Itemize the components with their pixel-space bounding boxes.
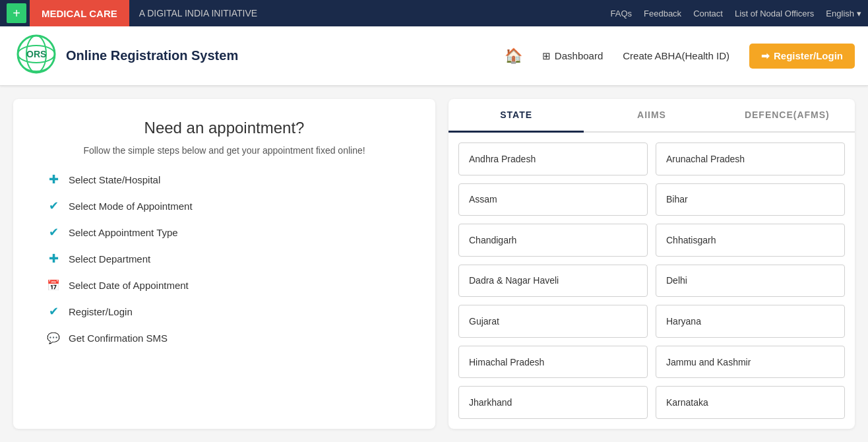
plus-icon-1: ✚ — [46, 172, 61, 187]
step-4: ✚ Select Department — [46, 251, 416, 266]
state-button[interactable]: Himachal Pradesh — [458, 346, 648, 379]
right-panel: STATE AIIMS DEFENCE(AFMS) Andhra Pradesh… — [449, 99, 855, 429]
dashboard-button[interactable]: ⊞ Dashboard — [542, 50, 603, 62]
top-bar: + MEDICAL CARE A DIGITAL INDIA INITIATIV… — [0, 0, 868, 26]
appointment-subtitle: Follow the simple steps below and get yo… — [33, 145, 416, 156]
svg-text:ORS: ORS — [26, 49, 46, 59]
ors-logo: ORS — [13, 34, 59, 77]
logo-area: ORS Online Registration System — [13, 34, 505, 77]
step-1: ✚ Select State/Hospital — [46, 172, 416, 187]
home-icon[interactable]: 🏠 — [505, 47, 522, 65]
top-bar-left: + MEDICAL CARE A DIGITAL INDIA INITIATIV… — [7, 0, 611, 26]
tab-state[interactable]: STATE — [449, 99, 584, 133]
step-2: ✔ Select Mode of Appointment — [46, 199, 416, 213]
tab-defence[interactable]: DEFENCE(AFMS) — [720, 99, 855, 131]
step-6: ✔ Register/Login — [46, 304, 416, 319]
state-button[interactable]: Jammu and Kashmir — [656, 346, 845, 379]
dashboard-label: Dashboard — [555, 50, 603, 61]
header: ORS Online Registration System 🏠 ⊞ Dashb… — [0, 26, 868, 86]
register-login-label: Register/Login — [774, 50, 843, 61]
left-panel: Need an appointment? Follow the simple s… — [13, 99, 435, 429]
state-button[interactable]: Arunachal Pradesh — [656, 142, 845, 175]
state-button[interactable]: Andhra Pradesh — [458, 142, 648, 175]
step-3: ✔ Select Appointment Type — [46, 225, 416, 239]
state-button[interactable]: Chandigarh — [458, 224, 648, 257]
abha-button[interactable]: Create ABHA(Health ID) — [623, 50, 729, 61]
header-nav: 🏠 ⊞ Dashboard Create ABHA(Health ID) ➡ R… — [505, 44, 855, 69]
plus-button[interactable]: + — [7, 3, 26, 23]
digital-india-label: A DIGITAL INDIA INITIATIVE — [139, 8, 257, 18]
steps-list: ✚ Select State/Hospital ✔ Select Mode of… — [33, 172, 416, 345]
logo-text: Online Registration System — [66, 48, 238, 63]
tabs-bar: STATE AIIMS DEFENCE(AFMS) — [449, 99, 855, 133]
state-button[interactable]: Jharkhand — [458, 386, 648, 419]
faqs-link[interactable]: FAQs — [611, 9, 633, 18]
login-icon: ➡ — [761, 50, 770, 62]
step-5: 📅 Select Date of Appointment — [46, 278, 416, 292]
step-6-label: Register/Login — [69, 306, 133, 317]
contact-link[interactable]: Contact — [693, 9, 723, 18]
step-7: 💬 Get Confirmation SMS — [46, 331, 416, 345]
step-4-label: Select Department — [69, 253, 150, 265]
check-icon-2: ✔ — [46, 199, 61, 213]
state-button[interactable]: Dadra & Nagar Haveli — [458, 265, 648, 298]
tab-aiims[interactable]: AIIMS — [584, 99, 719, 131]
state-button[interactable]: Chhatisgarh — [656, 224, 845, 257]
medical-care-label: MEDICAL CARE — [30, 0, 129, 26]
message-icon-7: 💬 — [46, 331, 61, 345]
calendar-icon-5: 📅 — [46, 278, 61, 292]
dashboard-grid-icon: ⊞ — [542, 50, 551, 62]
main-content: Need an appointment? Follow the simple s… — [0, 86, 868, 442]
step-5-label: Select Date of Appointment — [69, 280, 189, 291]
check-icon-3: ✔ — [46, 225, 61, 239]
nodal-officers-link[interactable]: List of Nodal Officers — [735, 9, 814, 18]
language-selector[interactable]: English ▾ — [826, 9, 861, 18]
step-7-label: Get Confirmation SMS — [69, 332, 168, 344]
states-grid: Andhra PradeshArunachal PradeshAssamBiha… — [449, 133, 855, 429]
state-button[interactable]: Delhi — [656, 265, 845, 298]
register-login-button[interactable]: ➡ Register/Login — [749, 44, 855, 69]
check-icon-6: ✔ — [46, 304, 61, 319]
appointment-heading: Need an appointment? — [33, 119, 416, 137]
feedback-link[interactable]: Feedback — [644, 9, 681, 18]
state-button[interactable]: Haryana — [656, 305, 845, 338]
step-3-label: Select Appointment Type — [69, 227, 178, 238]
state-button[interactable]: Karnataka — [656, 386, 845, 419]
step-1-label: Select State/Hospital — [69, 174, 160, 185]
state-button[interactable]: Gujarat — [458, 305, 648, 338]
state-button[interactable]: Bihar — [656, 183, 845, 216]
plus-icon-4: ✚ — [46, 251, 61, 266]
step-2-label: Select Mode of Appointment — [69, 201, 193, 212]
state-button[interactable]: Assam — [458, 183, 648, 216]
top-bar-right: FAQs Feedback Contact List of Nodal Offi… — [611, 9, 861, 18]
